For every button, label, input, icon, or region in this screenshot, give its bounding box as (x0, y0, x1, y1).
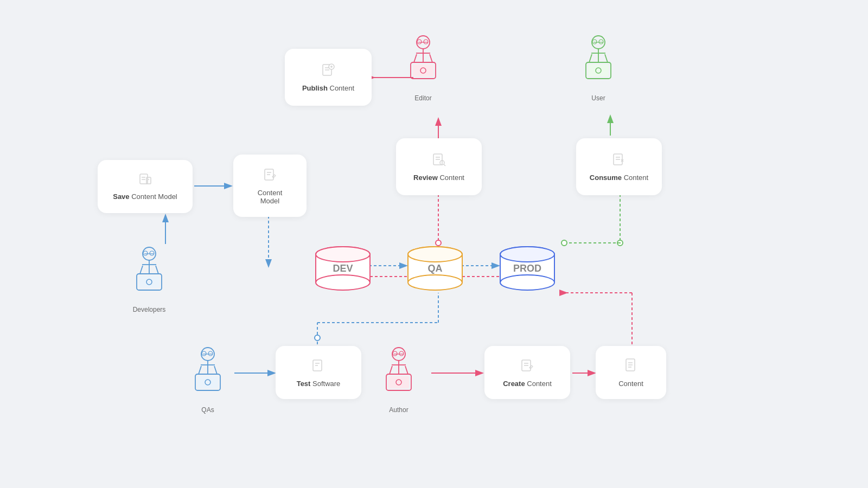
content-model-icon (263, 167, 278, 184)
svg-line-108 (156, 266, 158, 274)
svg-point-62 (316, 247, 370, 262)
svg-point-76 (500, 247, 554, 262)
save-content-model-card: Save Content Model (98, 160, 193, 213)
developers-label: Developers (133, 306, 166, 313)
svg-point-18 (315, 335, 320, 341)
svg-line-129 (390, 366, 392, 374)
svg-point-80 (417, 40, 422, 44)
test-software-card: Test Software (276, 346, 361, 399)
create-icon (520, 358, 535, 375)
svg-rect-83 (413, 65, 433, 76)
svg-point-69 (408, 247, 462, 262)
svg-line-86 (430, 54, 432, 62)
user-person: User (579, 33, 617, 102)
author-label: Author (389, 406, 408, 414)
svg-line-96 (589, 54, 592, 62)
svg-point-125 (399, 351, 404, 356)
review-content-label: Review Content (413, 174, 464, 182)
svg-point-124 (393, 351, 397, 356)
svg-rect-105 (139, 276, 159, 288)
publish-content-card: Publish Content (285, 49, 372, 106)
svg-line-43 (444, 164, 445, 166)
svg-line-119 (214, 366, 217, 374)
consume-content-card: Consume Content (576, 138, 662, 195)
prod-database: PROD (496, 243, 559, 294)
editor-person: Editor (404, 33, 442, 102)
svg-rect-116 (197, 376, 218, 388)
editor-label: Editor (414, 94, 431, 102)
svg-rect-94 (588, 65, 609, 76)
publish-content-label: Publish Content (302, 84, 354, 92)
author-person: Author (380, 344, 418, 414)
svg-point-68 (408, 275, 462, 290)
save-content-model-label: Save Content Model (113, 192, 177, 201)
review-icon (431, 152, 446, 169)
svg-point-113 (202, 351, 206, 356)
svg-text:PROD: PROD (513, 263, 541, 274)
qas-label: QAs (201, 406, 214, 414)
svg-point-81 (424, 40, 428, 44)
svg-line-118 (199, 366, 201, 374)
svg-point-102 (143, 251, 148, 255)
qa-database: QA (404, 243, 467, 294)
content-icon (624, 358, 637, 375)
svg-point-14 (561, 240, 567, 246)
consume-icon (611, 152, 627, 169)
svg-line-97 (605, 54, 608, 62)
svg-point-114 (208, 351, 213, 356)
svg-line-85 (414, 54, 417, 62)
test-software-label: Test Software (297, 380, 341, 388)
svg-point-103 (150, 251, 154, 255)
developers-person: Developers (130, 244, 168, 313)
svg-point-92 (599, 40, 603, 44)
consume-content-label: Consume Content (590, 174, 648, 182)
svg-point-91 (592, 40, 597, 44)
svg-text:QA: QA (428, 263, 443, 274)
publish-icon (321, 62, 336, 80)
svg-rect-37 (146, 177, 151, 184)
svg-text:DEV: DEV (333, 263, 353, 274)
content-card: Content (596, 346, 666, 399)
svg-point-61 (316, 275, 370, 290)
save-icon (138, 173, 153, 188)
review-content-card: Review Content (396, 138, 482, 195)
content-model-card: ContentModel (233, 155, 307, 217)
create-content-card: Create Content (484, 346, 570, 399)
svg-line-130 (405, 366, 408, 374)
svg-point-75 (500, 275, 554, 290)
svg-rect-127 (388, 376, 409, 388)
content-model-label: ContentModel (258, 189, 283, 205)
dev-database: DEV (312, 243, 374, 294)
svg-point-12 (617, 240, 623, 246)
svg-line-107 (140, 266, 143, 274)
test-icon (311, 358, 326, 375)
qas-person: QAs (189, 344, 227, 414)
create-content-label: Create Content (503, 380, 552, 388)
diagram: Publish Content ContentModel Sa (0, 0, 868, 488)
content-label: Content (618, 380, 643, 388)
user-label: User (591, 94, 605, 102)
